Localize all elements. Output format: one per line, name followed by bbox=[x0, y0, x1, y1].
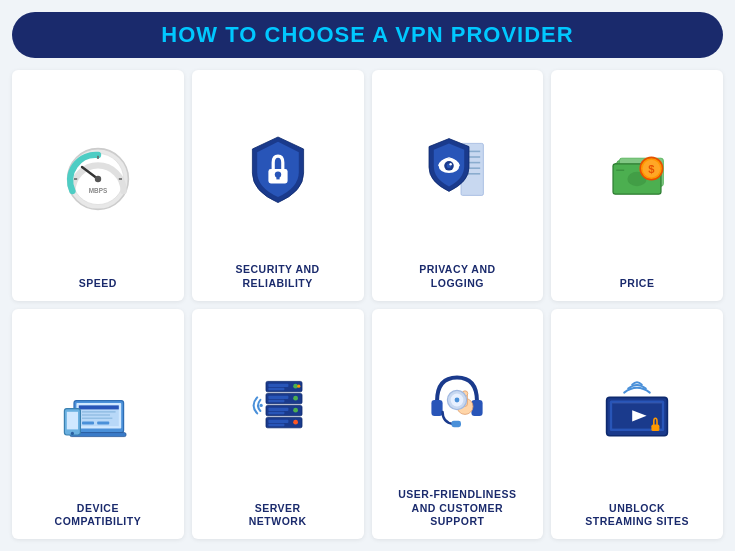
svg-rect-64 bbox=[452, 421, 462, 427]
card-streaming: UNBLOCKSTREAMING SITES bbox=[551, 309, 723, 540]
svg-point-3 bbox=[95, 176, 101, 182]
title-banner: HOW TO CHOOSE A VPN PROVIDER bbox=[12, 12, 723, 58]
svg-text:$: $ bbox=[648, 163, 655, 175]
svg-rect-49 bbox=[268, 388, 284, 390]
card-privacy: PRIVACY ANDLOGGING bbox=[372, 70, 544, 301]
svg-point-20 bbox=[450, 163, 452, 165]
money-icon: $ bbox=[559, 82, 715, 269]
svg-rect-52 bbox=[268, 396, 288, 399]
svg-rect-62 bbox=[432, 400, 443, 416]
card-security: SECURITY ANDRELIABILITY bbox=[192, 70, 364, 301]
speed-label: SPEED bbox=[79, 277, 117, 291]
shield-lock-icon bbox=[200, 82, 356, 255]
svg-rect-10 bbox=[276, 174, 279, 179]
svg-rect-48 bbox=[268, 384, 288, 387]
privacy-shield-icon bbox=[380, 82, 536, 255]
price-label: PRICE bbox=[620, 277, 655, 291]
server-icon bbox=[200, 321, 356, 494]
svg-point-51 bbox=[297, 385, 300, 388]
svg-point-70 bbox=[455, 398, 460, 403]
svg-rect-58 bbox=[268, 420, 288, 423]
streaming-label: UNBLOCKSTREAMING SITES bbox=[585, 502, 689, 529]
svg-point-60 bbox=[293, 420, 298, 425]
card-price: $ PRICE bbox=[551, 70, 723, 301]
streaming-icon bbox=[559, 321, 715, 494]
privacy-label: PRIVACY ANDLOGGING bbox=[419, 263, 495, 290]
svg-rect-42 bbox=[82, 422, 94, 425]
support-label: USER-FRIENDLINESSAND CUSTOMERSUPPORT bbox=[398, 488, 516, 529]
speedometer-icon: MBPS bbox=[20, 82, 176, 269]
svg-point-61 bbox=[259, 404, 262, 407]
svg-point-54 bbox=[293, 396, 298, 401]
security-label: SECURITY ANDRELIABILITY bbox=[236, 263, 320, 290]
svg-rect-75 bbox=[652, 425, 660, 431]
server-label: SERVERNETWORK bbox=[249, 502, 307, 529]
support-icon bbox=[380, 321, 536, 481]
svg-point-57 bbox=[293, 408, 298, 413]
svg-rect-53 bbox=[268, 400, 284, 402]
card-device: DEVICECOMPATIBILITY bbox=[12, 309, 184, 540]
features-grid: MBPS SPEED SECURITY bbox=[12, 70, 723, 539]
device-icon bbox=[20, 321, 176, 494]
device-label: DEVICECOMPATIBILITY bbox=[55, 502, 142, 529]
svg-text:MBPS: MBPS bbox=[89, 187, 108, 194]
svg-rect-37 bbox=[67, 412, 78, 430]
svg-rect-56 bbox=[268, 412, 284, 414]
svg-rect-59 bbox=[268, 424, 284, 426]
card-server: SERVERNETWORK bbox=[192, 309, 364, 540]
card-speed: MBPS SPEED bbox=[12, 70, 184, 301]
card-support: USER-FRIENDLINESSAND CUSTOMERSUPPORT bbox=[372, 309, 544, 540]
page-title: HOW TO CHOOSE A VPN PROVIDER bbox=[32, 22, 703, 48]
svg-point-38 bbox=[71, 432, 74, 435]
svg-rect-55 bbox=[268, 408, 288, 411]
svg-rect-34 bbox=[79, 406, 119, 410]
svg-rect-43 bbox=[97, 422, 109, 425]
